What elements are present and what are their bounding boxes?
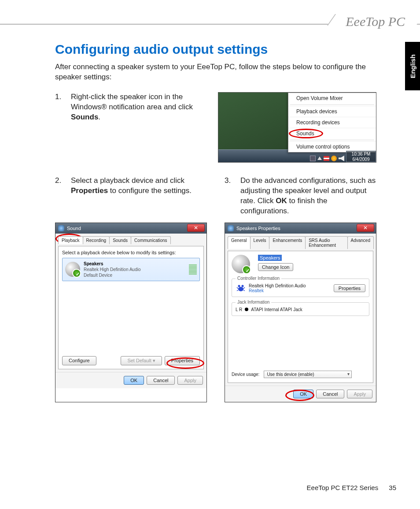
step-2: 2. Select a playback device and click Pr… bbox=[55, 176, 207, 216]
device-driver: Realtek High Definition Audio bbox=[84, 267, 141, 272]
tab-advanced[interactable]: Advanced bbox=[347, 236, 374, 249]
flag-icon[interactable] bbox=[324, 156, 329, 161]
apply-button[interactable]: Apply bbox=[347, 390, 372, 398]
jack-info-group: Jack Information L R ATAPI Internal ATAP… bbox=[232, 302, 369, 316]
set-default-button[interactable]: Set Default ▾ bbox=[121, 356, 162, 365]
props-dialog-title-bar: Speakers Properties ✕ bbox=[225, 223, 376, 234]
step-1: 1. Right-click the speaker icon in the W… bbox=[55, 92, 209, 123]
footer-page-number: 35 bbox=[389, 484, 396, 491]
device-usage-select[interactable]: Use this device (enable) bbox=[264, 371, 352, 378]
device-status: Default Device bbox=[84, 272, 141, 278]
device-usage-label: Device usage: bbox=[232, 372, 259, 377]
svg-point-2 bbox=[242, 285, 244, 287]
tab-recording[interactable]: Recording bbox=[83, 236, 110, 244]
jack-dot-icon bbox=[245, 308, 248, 311]
props-dialog-icon bbox=[228, 225, 234, 231]
jack-description: ATAPI Internal ATAPI Jack bbox=[251, 307, 302, 312]
system-tray bbox=[310, 156, 344, 161]
menu-item-playback[interactable]: Playback devices bbox=[288, 106, 376, 117]
notification-icon[interactable] bbox=[331, 156, 337, 161]
controller-vendor: Realtek bbox=[249, 288, 306, 293]
screenshot-context-menu: Open Volume Mixer Playback devices Recor… bbox=[218, 92, 376, 163]
svg-point-1 bbox=[238, 285, 240, 287]
tab-levels[interactable]: Levels bbox=[250, 236, 270, 249]
cancel-button[interactable]: Cancel bbox=[316, 390, 344, 398]
tab-enhancements[interactable]: Enhancements bbox=[269, 236, 306, 249]
level-meter bbox=[189, 264, 197, 275]
menu-item-recording[interactable]: Recording devices bbox=[288, 117, 376, 128]
playback-device-speakers[interactable]: Speakers Realtek High Definition Audio D… bbox=[62, 258, 200, 281]
sound-dialog-tabs: Playback Recording Sounds Communications bbox=[58, 236, 204, 244]
menu-item-volume-mixer[interactable]: Open Volume Mixer bbox=[288, 93, 376, 104]
jack-lr-label: L R bbox=[236, 307, 242, 312]
taskbar-clock[interactable]: 10:36 PM 6/4/2009 bbox=[346, 151, 376, 162]
controller-name: Realtek High Definition Audio bbox=[249, 283, 306, 288]
keyboard-icon[interactable] bbox=[310, 156, 316, 161]
sound-dialog-icon bbox=[58, 225, 64, 231]
page-title: Configuring audio output settings bbox=[55, 42, 376, 57]
change-icon-button[interactable]: Change Icon bbox=[258, 263, 293, 271]
intro-text: After connecting a speaker system to you… bbox=[55, 62, 376, 82]
device-name-field[interactable]: Speakers bbox=[258, 255, 282, 261]
menu-item-sounds[interactable]: Sounds bbox=[288, 128, 376, 139]
realtek-crab-icon bbox=[236, 284, 246, 293]
cancel-button[interactable]: Cancel bbox=[147, 376, 175, 385]
large-speaker-icon bbox=[232, 255, 250, 273]
tab-srs[interactable]: SRS Audio Enhancement bbox=[305, 236, 347, 249]
props-dialog-title: Speakers Properties bbox=[236, 226, 280, 231]
speaker-context-menu: Open Volume Mixer Playback devices Recor… bbox=[288, 93, 376, 152]
close-button[interactable]: ✕ bbox=[187, 224, 205, 232]
ok-button[interactable]: OK bbox=[124, 376, 144, 385]
controller-properties-button[interactable]: Properties bbox=[334, 284, 365, 292]
playback-instruction: Select a playback device below to modify… bbox=[62, 250, 200, 255]
sound-dialog: Sound ✕ Playback Recording Sounds Commun… bbox=[55, 223, 207, 402]
configure-button[interactable]: Configure bbox=[62, 356, 96, 365]
page-footer: EeeTop PC ET22 Series 35 bbox=[307, 484, 396, 491]
step-3: 3. Do the advanced configurations, such … bbox=[225, 176, 376, 216]
footer-series: EeeTop PC ET22 Series bbox=[307, 484, 379, 491]
properties-button[interactable]: Properties bbox=[165, 356, 200, 365]
close-button[interactable]: ✕ bbox=[357, 224, 374, 232]
sound-dialog-title-bar: Sound ✕ bbox=[55, 223, 206, 234]
language-tab: English bbox=[405, 42, 420, 90]
brand-logo: EeeTop PC bbox=[346, 14, 405, 29]
tab-sounds[interactable]: Sounds bbox=[109, 236, 131, 244]
sound-dialog-title: Sound bbox=[67, 226, 81, 231]
controller-info-group: Controller Information Realtek High Defi… bbox=[232, 279, 369, 297]
speaker-device-icon bbox=[65, 262, 80, 277]
svg-point-0 bbox=[238, 287, 243, 291]
ok-button[interactable]: OK bbox=[293, 390, 313, 398]
apply-button[interactable]: Apply bbox=[177, 376, 203, 385]
props-dialog-tabs: General Levels Enhancements SRS Audio En… bbox=[228, 236, 373, 249]
tab-playback[interactable]: Playback bbox=[58, 236, 83, 244]
tab-communications[interactable]: Communications bbox=[131, 236, 170, 244]
tab-general[interactable]: General bbox=[228, 236, 251, 249]
speaker-icon[interactable] bbox=[339, 156, 344, 161]
tray-chevron-icon[interactable] bbox=[317, 156, 322, 160]
speakers-properties-dialog: Speakers Properties ✕ General Levels Enh… bbox=[225, 223, 376, 402]
page-content: Configuring audio output settings After … bbox=[55, 42, 376, 402]
device-name: Speakers bbox=[84, 261, 141, 267]
